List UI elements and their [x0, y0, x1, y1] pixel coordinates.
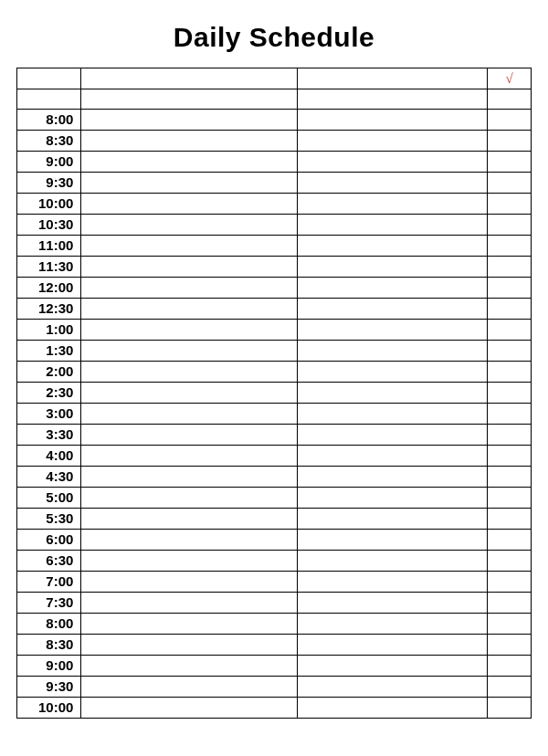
activity-cell-1: [81, 194, 297, 215]
activity-cell-2: [297, 467, 487, 488]
table-row: 8:30: [17, 131, 532, 152]
table-row: 9:00: [17, 152, 532, 173]
activity-cell-1: [81, 467, 297, 488]
check-cell: [488, 341, 532, 362]
header-cell-check: √: [488, 68, 532, 89]
activity-cell-2: [297, 320, 487, 341]
table-row: 8:00: [17, 614, 532, 635]
table-row: 6:30: [17, 551, 532, 572]
activity-cell-1: [81, 383, 297, 404]
activity-cell-1: [81, 404, 297, 425]
check-cell: [488, 446, 532, 467]
activity-cell-2: [297, 194, 487, 215]
time-cell: 2:30: [17, 383, 81, 404]
activity-cell-1: [81, 131, 297, 152]
check-cell: [488, 257, 532, 278]
table-row: 9:00: [17, 656, 532, 677]
activity-cell-2: [297, 572, 487, 593]
check-cell: [488, 467, 532, 488]
activity-cell-1: [81, 572, 297, 593]
time-cell: 9:30: [17, 173, 81, 194]
time-cell: 7:30: [17, 593, 81, 614]
time-cell: 4:00: [17, 446, 81, 467]
time-cell: 9:30: [17, 677, 81, 698]
activity-cell-1: [81, 509, 297, 530]
activity-cell-1: [81, 698, 297, 719]
activity-cell-2: [297, 110, 487, 131]
activity-cell-1: [81, 110, 297, 131]
table-row: 2:30: [17, 383, 532, 404]
check-cell: [488, 236, 532, 257]
blank-cell-col2: [297, 89, 487, 110]
time-cell: 3:00: [17, 404, 81, 425]
activity-cell-2: [297, 614, 487, 635]
time-cell: 10:00: [17, 194, 81, 215]
schedule-table: √ 8:008:309:009:3010:0010:3011:0011:3012…: [16, 68, 532, 719]
activity-cell-1: [81, 341, 297, 362]
page-title: Daily Schedule: [16, 11, 532, 68]
time-cell: 11:00: [17, 236, 81, 257]
check-cell: [488, 635, 532, 656]
table-row: 10:00: [17, 698, 532, 719]
check-cell: [488, 320, 532, 341]
check-cell: [488, 425, 532, 446]
check-cell: [488, 362, 532, 383]
activity-cell-2: [297, 152, 487, 173]
activity-cell-2: [297, 488, 487, 509]
activity-cell-1: [81, 530, 297, 551]
activity-cell-1: [81, 152, 297, 173]
activity-cell-2: [297, 635, 487, 656]
activity-cell-2: [297, 257, 487, 278]
time-cell: 5:00: [17, 488, 81, 509]
blank-cell-col1: [81, 89, 297, 110]
activity-cell-2: [297, 236, 487, 257]
check-cell: [488, 572, 532, 593]
activity-cell-2: [297, 656, 487, 677]
time-cell: 11:30: [17, 257, 81, 278]
table-row: 1:00: [17, 320, 532, 341]
activity-cell-2: [297, 446, 487, 467]
time-cell: 8:00: [17, 614, 81, 635]
activity-cell-1: [81, 551, 297, 572]
table-row: 3:00: [17, 404, 532, 425]
page-container: Daily Schedule √ 8:008:309:009:3010:0010…: [16, 11, 532, 745]
activity-cell-2: [297, 530, 487, 551]
time-cell: 8:00: [17, 110, 81, 131]
time-cell: 8:30: [17, 635, 81, 656]
activity-cell-2: [297, 698, 487, 719]
activity-cell-1: [81, 635, 297, 656]
header-cell-col2: [297, 68, 487, 89]
activity-cell-2: [297, 509, 487, 530]
check-cell: [488, 110, 532, 131]
activity-cell-1: [81, 488, 297, 509]
check-cell: [488, 593, 532, 614]
time-cell: 1:00: [17, 320, 81, 341]
check-cell: [488, 530, 532, 551]
table-row: 1:30: [17, 341, 532, 362]
header-cell-time: [17, 68, 81, 89]
activity-cell-1: [81, 320, 297, 341]
activity-cell-2: [297, 341, 487, 362]
check-cell: [488, 299, 532, 320]
activity-cell-2: [297, 215, 487, 236]
time-cell: 2:00: [17, 362, 81, 383]
table-row: 12:00: [17, 278, 532, 299]
activity-cell-1: [81, 593, 297, 614]
activity-cell-1: [81, 677, 297, 698]
table-row: 9:30: [17, 173, 532, 194]
time-cell: 10:00: [17, 698, 81, 719]
table-row: 4:30: [17, 467, 532, 488]
schedule-body: √ 8:008:309:009:3010:0010:3011:0011:3012…: [17, 68, 532, 719]
activity-cell-1: [81, 656, 297, 677]
activity-cell-2: [297, 299, 487, 320]
activity-cell-2: [297, 593, 487, 614]
activity-cell-1: [81, 173, 297, 194]
time-cell: 7:00: [17, 572, 81, 593]
time-cell: 1:30: [17, 341, 81, 362]
time-cell: 5:30: [17, 509, 81, 530]
check-cell: [488, 404, 532, 425]
activity-cell-1: [81, 257, 297, 278]
blank-row: [17, 89, 532, 110]
activity-cell-2: [297, 677, 487, 698]
table-row: 10:30: [17, 215, 532, 236]
